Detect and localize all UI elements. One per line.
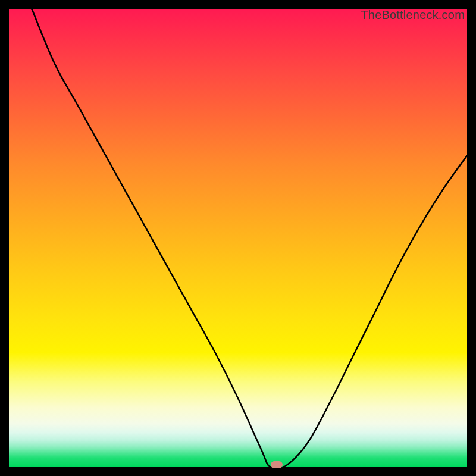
bottleneck-marker bbox=[271, 461, 283, 468]
plot-area: TheBottleneck.com bbox=[9, 9, 467, 467]
chart-frame: TheBottleneck.com bbox=[0, 0, 476, 476]
bottleneck-curve bbox=[9, 9, 467, 467]
